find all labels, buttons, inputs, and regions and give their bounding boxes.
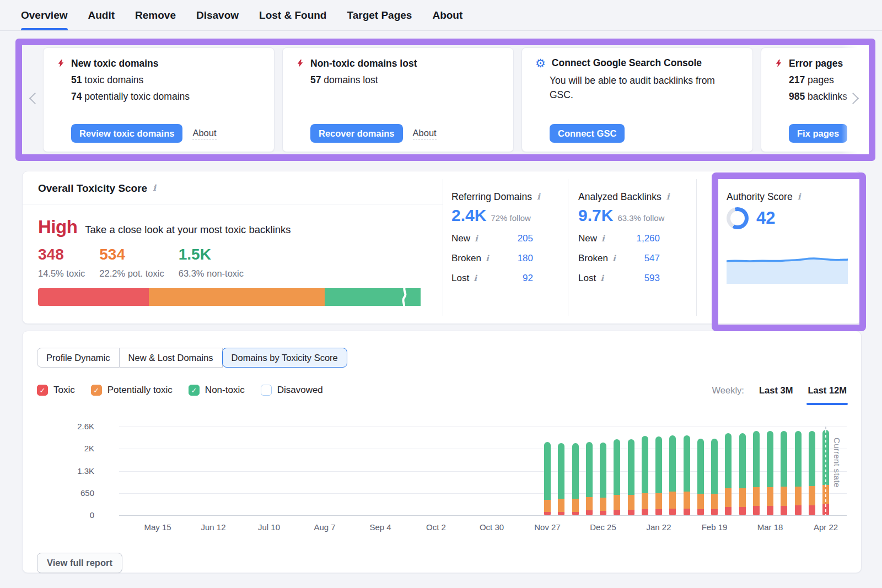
review-toxic-domains-button[interactable]: Review toxic domains — [71, 124, 182, 143]
bar-week-14 — [739, 433, 746, 515]
bar-segment-toxic — [655, 509, 662, 515]
about-link[interactable]: About — [413, 128, 437, 139]
info-icon[interactable]: i — [601, 233, 605, 245]
period-last-12m[interactable]: Last 12M — [808, 385, 847, 396]
bar-segment-non-toxic — [809, 431, 815, 485]
carousel-prev-icon[interactable] — [29, 94, 40, 105]
stat-value-link[interactable]: 92 — [523, 273, 533, 284]
x-axis-label: Oct 30 — [467, 522, 517, 532]
tab-remove[interactable]: Remove — [135, 0, 176, 30]
tab-disavow[interactable]: Disavow — [196, 0, 239, 30]
checkbox-checked-icon: ✓ — [37, 385, 48, 396]
bar-segment-potentially-toxic — [781, 487, 787, 506]
card-stat-line: 57 domains lost — [296, 74, 500, 86]
tab-overview[interactable]: Overview — [21, 0, 68, 30]
bar-week-17 — [781, 431, 787, 515]
info-icon[interactable]: i — [666, 191, 670, 203]
legend-toggle-non-toxic[interactable]: ✓ Non-toxic — [189, 385, 245, 396]
bar-segment-non-toxic — [795, 431, 802, 486]
stat-value-link[interactable]: 547 — [644, 253, 660, 264]
tab-about[interactable]: About — [432, 0, 462, 30]
tab-audit[interactable]: Audit — [88, 0, 115, 30]
period-last-3m[interactable]: Last 3M — [759, 385, 793, 396]
x-axis-label: Jun 12 — [189, 522, 238, 532]
tab-domains-by-toxicity-score[interactable]: Domains by Toxicity Score — [222, 348, 347, 368]
fix-pages-button[interactable]: Fix pages — [789, 124, 847, 143]
gridline — [119, 515, 847, 516]
connect-gsc-button[interactable]: Connect GSC — [550, 124, 625, 143]
toxic-stat: 348 14.5% toxic — [38, 246, 85, 279]
bar-segment-potentially-toxic — [684, 492, 690, 508]
stat-value-link[interactable]: 205 — [518, 233, 533, 244]
bar-segment-toxic — [739, 507, 746, 515]
about-link[interactable]: About — [192, 128, 216, 139]
bar-segment-potentially-toxic — [739, 488, 746, 507]
toxicity-hint: Take a close look at your most toxic bac… — [85, 224, 291, 236]
info-icon[interactable]: i — [153, 182, 156, 194]
toxicity-title: Overall Toxicity Score — [38, 182, 147, 195]
bar-segment-non-toxic — [725, 433, 732, 488]
info-icon[interactable]: i — [486, 253, 489, 265]
analyzed-backlinks-title: Analyzed Backlinks — [578, 191, 662, 203]
tab-lost-and-found[interactable]: Lost & Found — [259, 0, 326, 30]
authority-score-sparkline — [727, 253, 848, 284]
stat-value-link[interactable]: 593 — [644, 273, 660, 284]
bar-segment-toxic — [586, 510, 593, 515]
legend-toggle-toxic[interactable]: ✓ Toxic — [37, 385, 75, 396]
bar-segment-non-toxic — [558, 443, 564, 499]
follow-share: 63.3% follow — [617, 213, 664, 223]
info-icon[interactable]: i — [798, 191, 801, 203]
bar-segment-non-toxic — [739, 433, 746, 488]
y-axis-label: 1.3K — [37, 466, 94, 476]
analyzed-backlinks-value[interactable]: 9.7K — [578, 206, 613, 225]
info-icon[interactable]: i — [475, 233, 478, 245]
x-axis-label: Oct 2 — [411, 522, 461, 532]
recover-domains-button[interactable]: Recover domains — [310, 124, 403, 143]
stat-row-broken: Brokeni 547 — [578, 253, 660, 265]
legend-toggle-potentially-toxic[interactable]: ✓ Potentially toxic — [91, 385, 173, 396]
view-full-report-button[interactable]: View full report — [37, 553, 122, 573]
gear-icon: ⚙ — [535, 57, 546, 69]
bar-segment-potentially-toxic — [544, 500, 551, 512]
gridline — [119, 471, 847, 472]
bar-week-2 — [572, 443, 579, 515]
bar-segment-non-toxic — [586, 442, 593, 497]
card-non-toxic-domains-lost: Non-toxic domains lost 57 domains lost R… — [282, 47, 514, 152]
stat-value-link[interactable]: 180 — [518, 253, 533, 264]
toxicity-distribution-bar — [38, 288, 421, 306]
current-state-dash — [825, 430, 826, 515]
overall-toxicity-section: Overall Toxicity Score i High Take a clo… — [23, 171, 443, 323]
bar-week-10 — [684, 435, 690, 515]
stat-value-link[interactable]: 1,260 — [636, 233, 660, 244]
referring-domains-value[interactable]: 2.4K — [451, 206, 486, 225]
gridline — [119, 449, 847, 449]
bar-segment-toxic — [697, 509, 704, 515]
bar-segment-potentially-toxic — [586, 497, 593, 510]
card-description: You will be able to audit backlinks from… — [535, 73, 734, 103]
info-icon[interactable]: i — [537, 191, 540, 203]
legend-toggle-disavowed[interactable]: Disavowed — [261, 385, 323, 396]
tab-profile-dynamic[interactable]: Profile Dynamic — [37, 348, 120, 368]
info-icon[interactable]: i — [600, 273, 604, 284]
authority-score-title: Authority Score — [727, 191, 793, 203]
potentially-toxic-bar-segment — [149, 288, 325, 306]
bar-segment-toxic — [684, 509, 690, 515]
info-icon[interactable]: i — [474, 273, 477, 284]
follow-share: 72% follow — [491, 213, 531, 223]
bar-segment-non-toxic — [655, 436, 662, 493]
bar-segment-non-toxic — [684, 435, 690, 492]
toxicity-level: High — [38, 217, 77, 238]
tab-new-lost-domains[interactable]: New & Lost Domains — [120, 348, 223, 368]
card-connect-gsc: ⚙ Connect Google Search Console You will… — [521, 47, 753, 152]
tab-target-pages[interactable]: Target Pages — [347, 0, 412, 30]
bar-segment-potentially-toxic — [614, 495, 620, 510]
bar-segment-toxic — [669, 509, 676, 515]
card-stat-line: 51 toxic domains — [57, 74, 261, 86]
info-icon[interactable]: i — [612, 253, 616, 265]
bar-segment-non-toxic — [697, 439, 704, 494]
legend-label: Disavowed — [277, 385, 323, 396]
bar-segment-non-toxic — [600, 443, 606, 498]
period-selector: Weekly: Last 3M Last 12M — [712, 385, 847, 396]
non-toxic-stat: 1.5K 63.3% non-toxic — [179, 246, 244, 279]
carousel-next-icon[interactable] — [849, 94, 860, 105]
